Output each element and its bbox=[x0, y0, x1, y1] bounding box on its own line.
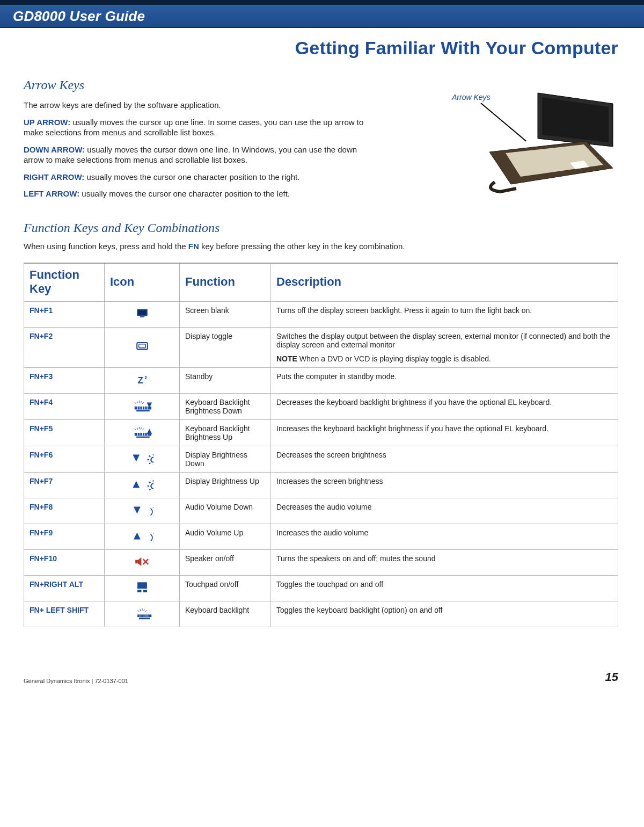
fn-name-cell: Display toggle bbox=[180, 327, 271, 367]
arrow-down-item: DOWN ARROW: usually moves the cursor dow… bbox=[24, 144, 367, 165]
fn-desc-cell: Increases the keyboard backlight brightn… bbox=[271, 419, 618, 446]
fn-key-cell: FN+F3 bbox=[24, 367, 105, 393]
kbd-backlight-down-icon bbox=[105, 393, 180, 419]
product-title: GD8000 User Guide bbox=[13, 8, 145, 25]
volume-up-icon bbox=[105, 524, 180, 549]
section-title: Getting Familiar With Your Computer bbox=[0, 38, 618, 59]
arrow-right-item: RIGHT ARROW: usually moves the cursor on… bbox=[24, 172, 367, 183]
fn-name-cell: Display Brightness Up bbox=[180, 472, 271, 498]
kbd-backlight-toggle-icon bbox=[105, 601, 180, 627]
fn-desc-cell: Turns the speakers on and off; mutes the… bbox=[271, 549, 618, 575]
fn-desc-text: Increases the screen brightness bbox=[276, 477, 612, 485]
volume-down-icon bbox=[105, 498, 180, 524]
fn-desc-note: NOTE When a DVD or VCD is playing displa… bbox=[276, 354, 612, 363]
fn-desc-cell: Increases the audio volume bbox=[271, 524, 618, 549]
col-description: Description bbox=[271, 263, 618, 302]
fn-intro: When using function keys, press and hold… bbox=[24, 242, 618, 251]
arrow-keys-heading: Arrow Keys bbox=[24, 77, 423, 93]
fn-name-cell: Keyboard Backlight Brightness Down bbox=[180, 393, 271, 419]
fn-desc-text: Puts the computer in standby mode. bbox=[276, 372, 612, 381]
col-function: Function bbox=[180, 263, 271, 302]
arrow-right-text: usually moves the cursor one character p… bbox=[87, 172, 300, 182]
arrow-left-label: LEFT ARROW: bbox=[24, 189, 79, 198]
fn-key-cell: FN+F10 bbox=[24, 549, 105, 575]
fn-desc-text: Toggles the touchpad on and off bbox=[276, 580, 612, 589]
fn-desc-cell: Decreases the screen brightness bbox=[271, 446, 618, 472]
table-row: FN+F4Keyboard Backlight Brightness DownD… bbox=[24, 393, 618, 419]
fn-desc-text: Toggles the keyboard backlight (option) … bbox=[276, 606, 612, 614]
fn-key-cell: FN+ LEFT SHIFT bbox=[24, 601, 105, 627]
arrow-left-text: usually moves the cursor one character p… bbox=[82, 189, 290, 198]
kbd-backlight-up-icon bbox=[105, 419, 180, 446]
table-row: FN+F7Display Brightness UpIncreases the … bbox=[24, 472, 618, 498]
fn-desc-cell: Decreases the audio volume bbox=[271, 498, 618, 524]
fn-desc-cell: Puts the computer in standby mode. bbox=[271, 367, 618, 393]
table-row: FN+F9Audio Volume UpIncreases the audio … bbox=[24, 524, 618, 549]
arrow-up-text: usually moves the cursor up one line. In… bbox=[24, 118, 363, 137]
table-row: FN+F5Keyboard Backlight Brightness UpInc… bbox=[24, 419, 618, 446]
fn-intro-pre: When using function keys, press and hold… bbox=[24, 242, 188, 251]
fn-desc-cell: Toggles the touchpad on and off bbox=[271, 575, 618, 601]
fn-desc-text: Turns the speakers on and off; mutes the… bbox=[276, 554, 612, 563]
fn-name-cell: Keyboard Backlight Brightness Up bbox=[180, 419, 271, 446]
fn-key-cell: FN+F1 bbox=[24, 301, 105, 327]
fn-desc-cell: Increases the screen brightness bbox=[271, 472, 618, 498]
footer: General Dynamics Itronix | 72-0137-001 1… bbox=[0, 670, 644, 684]
col-icon: Icon bbox=[105, 263, 180, 302]
fn-name-cell: Audio Volume Up bbox=[180, 524, 271, 549]
table-row: FN+F10Speaker on/offTurns the speakers o… bbox=[24, 549, 618, 575]
fn-key-cell: FN+F5 bbox=[24, 419, 105, 446]
screen-blank-icon bbox=[105, 301, 180, 327]
fn-intro-post: key before pressing the other key in the… bbox=[199, 242, 405, 251]
fn-name-cell: Screen blank bbox=[180, 301, 271, 327]
table-row: FN+ LEFT SHIFTKeyboard backlightToggles … bbox=[24, 601, 618, 627]
fn-name-cell: Display Brightness Down bbox=[180, 446, 271, 472]
brightness-down-icon bbox=[105, 446, 180, 472]
fn-name-cell: Touchpad on/off bbox=[180, 575, 271, 601]
standby-icon bbox=[105, 367, 180, 393]
fn-desc-text: Turns off the display screen backlight. … bbox=[276, 306, 612, 315]
fn-name-cell: Keyboard backlight bbox=[180, 601, 271, 627]
fn-key-cell: FN+F2 bbox=[24, 327, 105, 367]
touchpad-toggle-icon bbox=[105, 575, 180, 601]
section-title-area: Getting Familiar With Your Computer bbox=[0, 28, 644, 62]
arrow-keys-intro: The arrow keys are defined by the softwa… bbox=[24, 100, 367, 111]
fn-desc-text: Decreases the keyboard backlight brightn… bbox=[276, 398, 612, 407]
fn-desc-cell: Decreases the keyboard backlight brightn… bbox=[271, 393, 618, 419]
brightness-up-icon bbox=[105, 472, 180, 498]
fn-key-cell: FN+F7 bbox=[24, 472, 105, 498]
fn-desc-text: Increases the audio volume bbox=[276, 528, 612, 537]
table-row: FN+F3StandbyPuts the computer in standby… bbox=[24, 367, 618, 393]
page: GD8000 User Guide Getting Familiar With … bbox=[0, 0, 644, 706]
content: Arrow Keys The arrow keys are defined by… bbox=[0, 62, 644, 627]
arrow-keys-text: Arrow Keys The arrow keys are defined by… bbox=[24, 77, 423, 206]
col-function-key: Function Key bbox=[24, 263, 105, 302]
table-row: FN+RIGHT ALTTouchpad on/offToggles the t… bbox=[24, 575, 618, 601]
fn-key-cell: FN+RIGHT ALT bbox=[24, 575, 105, 601]
fn-desc-cell: Toggles the keyboard backlight (option) … bbox=[271, 601, 618, 627]
arrow-up-label: UP ARROW: bbox=[24, 118, 70, 127]
display-toggle-icon bbox=[105, 327, 180, 367]
table-row: FN+F2Display toggleSwitches the display … bbox=[24, 327, 618, 367]
arrow-keys-block: Arrow Keys The arrow keys are defined by… bbox=[24, 77, 618, 206]
fn-table-header-row: Function Key Icon Function Description bbox=[24, 263, 618, 302]
fn-desc-cell: Switches the display output between the … bbox=[271, 327, 618, 367]
fn-heading: Function Keys and Key Combinations bbox=[24, 221, 618, 235]
fn-key-cell: FN+F8 bbox=[24, 498, 105, 524]
table-row: FN+F6Display Brightness DownDecreases th… bbox=[24, 446, 618, 472]
table-row: FN+F8Audio Volume DownDecreases the audi… bbox=[24, 498, 618, 524]
arrow-down-label: DOWN ARROW: bbox=[24, 145, 85, 154]
fn-name-cell: Audio Volume Down bbox=[180, 498, 271, 524]
fn-name-cell: Speaker on/off bbox=[180, 549, 271, 575]
fn-desc-text: Increases the keyboard backlight brightn… bbox=[276, 424, 612, 433]
fn-name-cell: Standby bbox=[180, 367, 271, 393]
header-stripe bbox=[0, 0, 644, 4]
fn-desc-text: Switches the display output between the … bbox=[276, 332, 612, 349]
fn-desc-cell: Turns off the display screen backlight. … bbox=[271, 301, 618, 327]
fn-key-cell: FN+F9 bbox=[24, 524, 105, 549]
arrow-right-label: RIGHT ARROW: bbox=[24, 172, 84, 182]
footer-left: General Dynamics Itronix | 72-0137-001 bbox=[24, 678, 128, 684]
fn-desc-text: Decreases the screen brightness bbox=[276, 451, 612, 459]
fn-table: Function Key Icon Function Description F… bbox=[24, 263, 618, 627]
fn-desc-text: Decreases the audio volume bbox=[276, 503, 612, 511]
